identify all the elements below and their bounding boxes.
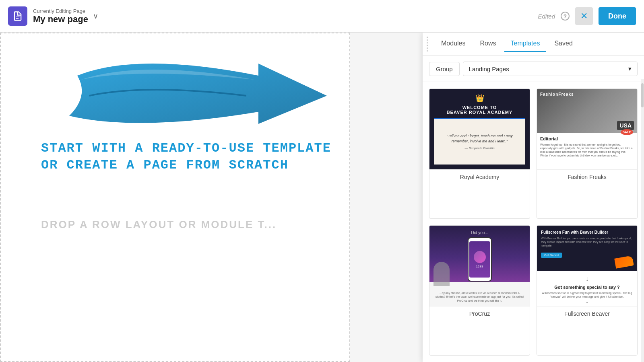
- fashion-freaks-preview: FashionFreaks USA Editorial Women forget…: [537, 89, 637, 169]
- template-name-procruz: ProCruz: [429, 306, 530, 321]
- drag-handle: [427, 36, 430, 52]
- svg-rect-1: [16, 18, 19, 19]
- tab-templates[interactable]: Templates: [504, 36, 547, 52]
- procruz-bottom: ...by any chance, arrive at this site vi…: [429, 288, 530, 306]
- edited-status: Edited: [538, 13, 555, 20]
- welcome-text: WELCOME TOBEAVER ROYAL ACADEMY: [447, 105, 513, 115]
- phone-number: 1289: [476, 265, 483, 268]
- header-right: Edited ? ✕ Done: [538, 7, 644, 25]
- ghost-body: [433, 262, 450, 286]
- templates-grid: 👑 WELCOME TOBEAVER ROYAL ACADEMY "Tell m…: [423, 82, 644, 362]
- fashion-freaks-title: FashionFreaks: [540, 92, 574, 97]
- header: Currently Editing Page My new page ∨ Edi…: [0, 0, 644, 33]
- help-button[interactable]: ?: [561, 12, 570, 21]
- panel-tabs: Modules Rows Templates Saved: [423, 33, 644, 56]
- bb-shoes: [541, 257, 633, 267]
- template-card-fashion-freaks[interactable]: FashionFreaks USA Editorial Women forget…: [537, 88, 638, 219]
- template-thumbnail-beaver-builder: Fullscreen Fun with Beaver Builder With …: [537, 226, 637, 306]
- templates-panel: Modules Rows Templates Saved Group Landi…: [423, 33, 644, 362]
- group-button[interactable]: Group: [429, 62, 460, 76]
- page-icon: [8, 6, 27, 26]
- page-title: My new page: [33, 14, 88, 25]
- main-canvas-text: START WITH A READY-TO-USE TEMPLATE OR CR…: [41, 140, 331, 173]
- drag-dot: [427, 39, 428, 41]
- template-thumbnail-fashion-freaks: FashionFreaks USA Editorial Women forget…: [537, 89, 637, 169]
- got-something-text: Got something special to say ?: [541, 285, 633, 290]
- done-button[interactable]: Done: [599, 7, 636, 25]
- template-thumbnail-procruz: Did you... 1289 ...by any chance, arrive…: [429, 226, 530, 306]
- panel-scrollbar[interactable]: [641, 79, 644, 362]
- document-icon: [12, 10, 23, 22]
- drag-dot: [427, 37, 428, 38]
- quote-text: "Tell me and I forget, teach me and I ma…: [438, 134, 521, 144]
- dropdown-chevron: ▾: [628, 65, 632, 72]
- quote-section: "Tell me and I forget, teach me and I ma…: [434, 119, 525, 165]
- bb-bottom: ↓ Got something special to say ? A fulls…: [537, 271, 637, 306]
- group-selector: Group Landing Pages ▾: [423, 56, 644, 82]
- beaver-builder-preview: Fullscreen Fun with Beaver Builder With …: [537, 226, 637, 306]
- editorial-text: Women forget too. It is no secret that w…: [540, 143, 634, 157]
- tab-modules[interactable]: Modules: [435, 36, 472, 52]
- tab-saved[interactable]: Saved: [548, 36, 579, 52]
- phone-circle: [474, 251, 486, 263]
- drop-hint-text: DROP A ROW LAYOUT OR MODULE T...: [41, 218, 277, 231]
- page-selector-chevron[interactable]: ∨: [93, 12, 98, 21]
- category-label: Landing Pages: [469, 66, 509, 72]
- bb-top: Fullscreen Fun with Beaver Builder With …: [537, 226, 637, 271]
- close-button[interactable]: ✕: [575, 7, 593, 25]
- phone-screen: 1289: [469, 241, 490, 278]
- royal-academy-preview: 👑 WELCOME TOBEAVER ROYAL ACADEMY "Tell m…: [429, 89, 530, 169]
- close-icon: ✕: [580, 11, 588, 21]
- arrow-svg: [57, 41, 331, 146]
- phone-mockup: 1289: [468, 237, 492, 282]
- main-text-line2: OR CREATE A PAGE FROM SCRATCH: [41, 157, 331, 174]
- template-name-beaver-builder: Fullscreen Beaver: [537, 306, 637, 321]
- arrow-down-icon: ↓: [541, 275, 633, 282]
- arrow-up-icon: ↑: [541, 300, 633, 306]
- editorial-title: Editorial: [540, 136, 634, 141]
- sale-badge: SALE: [621, 129, 633, 135]
- template-name-fashion-freaks: Fashion Freaks: [537, 169, 637, 184]
- template-card-beaver-builder[interactable]: Fullscreen Fun with Beaver Builder With …: [537, 225, 638, 356]
- arrow-graphic: [57, 41, 331, 146]
- drag-dot: [427, 47, 428, 49]
- fashion-bg: FashionFreaks USA: [537, 89, 637, 133]
- template-thumbnail-royal-academy: 👑 WELCOME TOBEAVER ROYAL ACADEMY "Tell m…: [429, 89, 530, 169]
- drag-dot: [427, 45, 428, 46]
- editorial-section: Editorial Women forget too. It is no sec…: [537, 133, 637, 169]
- did-you-text: Did you...: [471, 230, 488, 235]
- editor-area: START WITH A READY-TO-USE TEMPLATE OR CR…: [0, 33, 350, 362]
- header-text: Currently Editing Page My new page: [33, 8, 88, 25]
- ghost-figure: [433, 262, 450, 286]
- bb-get-started-btn[interactable]: Get Started: [541, 253, 562, 258]
- quote-author: — Benjamin Franklin: [464, 146, 494, 150]
- drag-dot: [427, 42, 428, 43]
- procruz-preview: Did you... 1289 ...by any chance, arrive…: [429, 226, 530, 306]
- header-left: Currently Editing Page My new page ∨: [0, 6, 538, 26]
- main-canvas: START WITH A READY-TO-USE TEMPLATE OR CR…: [0, 33, 644, 362]
- category-dropdown[interactable]: Landing Pages ▾: [463, 62, 638, 76]
- bb-subtitle: With Beaver Builder you can create an am…: [541, 237, 633, 247]
- special-sub-text: A fullscreen section is a great way to p…: [541, 291, 633, 298]
- main-text-line1: START WITH A READY-TO-USE TEMPLATE: [41, 140, 331, 157]
- usa-badge: USA: [617, 121, 634, 130]
- drag-dot: [427, 50, 428, 51]
- crown-icon: 👑: [475, 94, 484, 103]
- shoe-shape: [614, 256, 634, 269]
- svg-rect-0: [16, 16, 19, 17]
- template-card-royal-academy[interactable]: 👑 WELCOME TOBEAVER ROYAL ACADEMY "Tell m…: [429, 88, 530, 219]
- editing-subtitle: Currently Editing Page: [33, 8, 88, 14]
- tab-rows[interactable]: Rows: [473, 36, 502, 52]
- template-card-procruz[interactable]: Did you... 1289 ...by any chance, arrive…: [429, 225, 530, 356]
- template-name-royal-academy: Royal Academy: [429, 169, 530, 184]
- bb-fullscreen-title: Fullscreen Fun with Beaver Builder: [541, 230, 633, 235]
- scrollbar-thumb: [641, 83, 644, 107]
- procruz-description: ...by any chance, arrive at this site vi…: [433, 291, 526, 303]
